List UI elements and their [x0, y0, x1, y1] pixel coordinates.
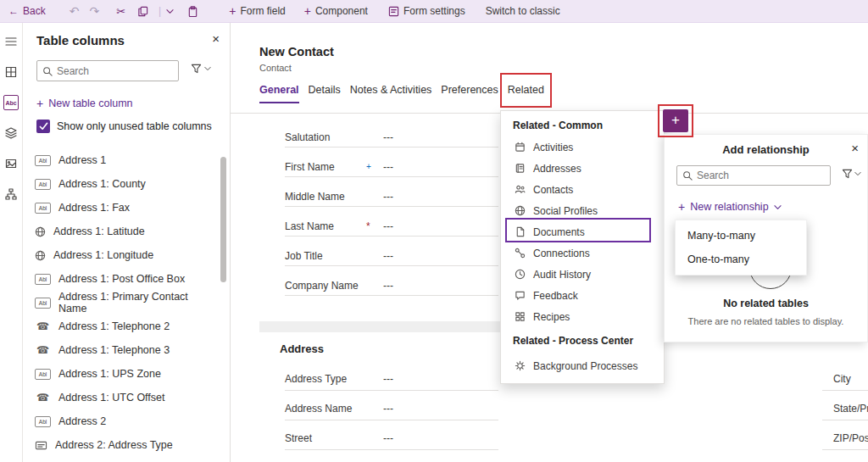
- cut-button[interactable]: ✂: [116, 5, 125, 18]
- text-field-icon: Abl: [35, 416, 51, 427]
- menu-item-contacts[interactable]: Contacts: [501, 179, 664, 200]
- field-row: Middle Name---: [285, 188, 498, 207]
- empty-state-title: No related tables: [665, 298, 867, 309]
- tree-view-icon[interactable]: [3, 186, 19, 202]
- form-field-label: Form field: [240, 5, 285, 17]
- menu-item-background-processes[interactable]: Background Processes: [501, 355, 664, 376]
- list-item[interactable]: AblAddress 1: UPS Zone: [23, 362, 218, 386]
- list-item[interactable]: Address 1: Longitude: [23, 243, 218, 267]
- form-settings-label: Form settings: [403, 5, 465, 17]
- page-subtitle: Contact: [259, 63, 292, 73]
- add-relationship-button[interactable]: +: [663, 109, 688, 132]
- list-item[interactable]: AblAddress 1: Fax: [23, 196, 218, 220]
- new-relationship-label: New relationship: [690, 201, 768, 213]
- add-icon: +: [671, 112, 680, 128]
- menu-icon[interactable]: [3, 34, 19, 49]
- menu-item-social-profiles[interactable]: Social Profiles: [501, 200, 664, 221]
- recommended-icon: +: [366, 159, 371, 175]
- field-row: Company Name---: [285, 277, 498, 296]
- tab-preferences[interactable]: Preferences: [441, 84, 498, 103]
- phone-icon: ☎: [35, 345, 51, 355]
- field-row: Address Type---: [285, 369, 498, 391]
- close-icon[interactable]: ×: [851, 141, 859, 155]
- back-button[interactable]: ← Back: [8, 5, 46, 17]
- filter-icon: [842, 169, 853, 179]
- checkbox-checked-icon[interactable]: [36, 120, 50, 133]
- activities-icon: [515, 142, 526, 153]
- list-item[interactable]: ☎Address 1: Telephone 2: [23, 314, 218, 338]
- field-row: First Name+---: [285, 159, 498, 177]
- list-item[interactable]: Address 1: Latitude: [23, 220, 218, 243]
- list-item[interactable]: AblAddress 1: County: [23, 172, 218, 196]
- address-section-title: Address: [280, 342, 324, 355]
- menu-item-audit-history[interactable]: Audit History: [501, 264, 664, 285]
- form-settings-button[interactable]: Form settings: [388, 5, 465, 17]
- redo-button[interactable]: ↷: [89, 4, 99, 18]
- search-icon: [42, 66, 53, 76]
- menu-item-one-to-many[interactable]: One-to-many: [676, 248, 806, 271]
- switch-to-classic-button[interactable]: Switch to classic: [486, 5, 560, 17]
- media-icon[interactable]: [3, 156, 19, 171]
- tab-details[interactable]: Details: [309, 84, 341, 103]
- search-icon: [682, 170, 693, 181]
- new-table-column-label: New table column: [48, 97, 132, 109]
- search-input[interactable]: [697, 170, 825, 181]
- add-icon: +: [304, 5, 311, 17]
- tab-notes-activities[interactable]: Notes & Activities: [350, 84, 432, 103]
- layers-icon[interactable]: [3, 125, 19, 141]
- tab-related[interactable]: Related: [508, 84, 544, 103]
- field-row: ZIP/Posta: [822, 428, 868, 450]
- timezone-icon: ☎: [35, 392, 51, 403]
- field-row: City: [822, 369, 868, 391]
- list-item[interactable]: AblAddress 1: Post Office Box: [23, 267, 218, 291]
- paste-button[interactable]: [187, 6, 198, 17]
- list-item[interactable]: AblAddress 1: Primary Contact Name: [23, 291, 218, 314]
- filter-icon: [191, 64, 202, 74]
- filter-button[interactable]: [191, 64, 211, 74]
- list-item[interactable]: ☎Address 1: UTC Offset: [23, 386, 218, 409]
- empty-state-message: There are no related tables to display.: [665, 316, 867, 326]
- components-icon[interactable]: [3, 64, 19, 80]
- table-columns-icon[interactable]: Abc: [3, 95, 19, 110]
- cut-icon: ✂: [116, 5, 125, 18]
- close-icon[interactable]: ×: [212, 31, 220, 46]
- copy-button[interactable]: [137, 6, 148, 17]
- menu-item-many-to-many[interactable]: Many-to-many: [676, 224, 806, 248]
- list-item[interactable]: AblAddress 1: [23, 148, 218, 172]
- relationship-search[interactable]: [676, 165, 831, 186]
- list-item[interactable]: ☎Address 1: Telephone 3: [23, 338, 218, 362]
- undo-button[interactable]: ↶: [70, 4, 80, 18]
- paste-split-chevron[interactable]: [166, 8, 174, 15]
- search-input[interactable]: [57, 65, 173, 77]
- menu-item-activities[interactable]: Activities: [501, 136, 664, 158]
- list-item[interactable]: AblAddress 2: [23, 409, 218, 433]
- list-item[interactable]: Address 2: Address Type: [23, 433, 218, 457]
- text-field-icon: Abl: [35, 155, 51, 166]
- menu-item-addresses[interactable]: Addresses: [501, 158, 664, 179]
- component-button[interactable]: + Component: [304, 5, 368, 17]
- menu-item-documents[interactable]: Documents: [501, 221, 664, 242]
- command-bar: ← Back ↶ ↷ ✂ | + Form field + Component …: [0, 0, 868, 23]
- new-relationship-button[interactable]: + New relationship: [678, 201, 782, 213]
- show-unused-checkbox-row[interactable]: Show only unused table columns: [36, 120, 212, 133]
- back-arrow-icon: ←: [8, 5, 19, 17]
- connections-icon: [515, 248, 526, 259]
- new-table-column-button[interactable]: + New table column: [36, 97, 133, 109]
- menu-item-connections[interactable]: Connections: [501, 242, 664, 264]
- tab-general[interactable]: General: [259, 84, 299, 103]
- phone-icon: ☎: [35, 321, 51, 331]
- document-icon: [515, 226, 526, 237]
- form-field-button[interactable]: + Form field: [229, 5, 286, 17]
- feedback-icon: [515, 290, 526, 301]
- globe-icon: [515, 205, 526, 216]
- required-icon: *: [366, 218, 370, 235]
- scrollbar[interactable]: [220, 157, 226, 282]
- clipboard-icon: [187, 6, 198, 17]
- table-columns-search[interactable]: [36, 60, 179, 81]
- menu-item-feedback[interactable]: Feedback: [501, 285, 664, 306]
- addresses-icon: [515, 163, 526, 174]
- related-menu: Related - Common Activities Addresses Co…: [500, 110, 665, 384]
- menu-item-recipes[interactable]: Recipes: [501, 306, 664, 327]
- filter-button[interactable]: [842, 169, 861, 179]
- redo-icon: ↷: [89, 4, 99, 18]
